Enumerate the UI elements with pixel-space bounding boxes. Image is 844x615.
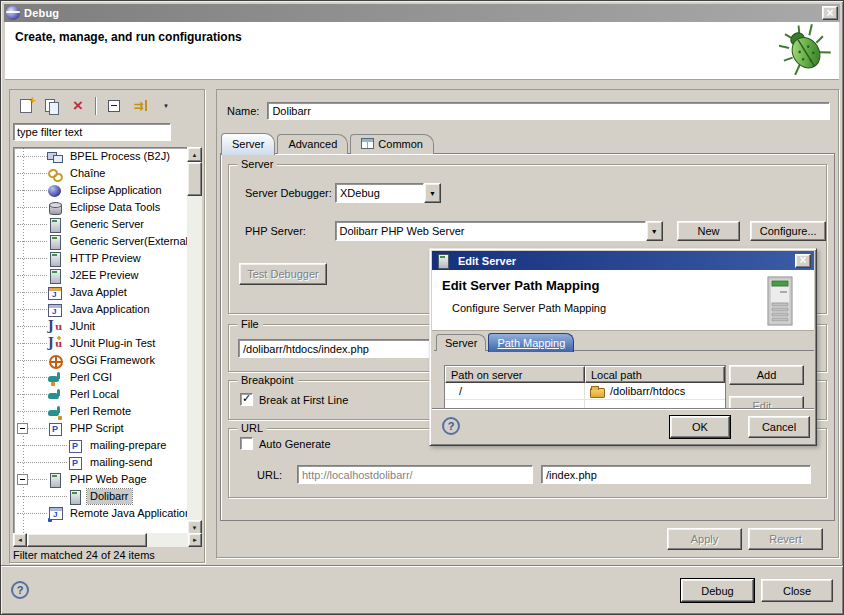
server-icon [47,472,63,488]
eclipse-logo-icon [6,6,20,20]
server-icon [67,489,83,505]
osgi-icon [47,353,63,369]
edit-server-dialog: Edit Server × Edit Server Path Mapping C… [429,248,817,446]
url-path-field[interactable] [541,465,811,484]
ok-button[interactable]: OK [670,416,730,438]
tree-item-mailing-prepare[interactable]: mailing-prepare [14,437,194,454]
breakpoint-group-title: Breakpoint [237,374,298,386]
php-icon [47,421,63,437]
tree-item-junit[interactable]: JUnit [14,318,194,335]
sidebar-toolbar [12,92,202,119]
auto-generate-checkbox[interactable] [240,437,253,450]
server-icon [435,253,449,268]
help-icon[interactable]: ? [11,581,29,599]
tab-server[interactable]: Server [221,133,275,155]
server-debugger-select[interactable]: XDebug ▼ [335,183,441,203]
tree-item-eclipse-application[interactable]: Eclipse Application [14,182,194,199]
filter-icon[interactable] [128,95,152,117]
auto-generate-label: Auto Generate [259,438,331,450]
tab-path-mapping[interactable]: Path Mapping [488,333,574,352]
chain-icon [47,166,63,182]
new-server-button[interactable]: New [677,221,741,241]
php-server-select[interactable]: Dolibarr PHP Web Server ▼ [335,221,663,241]
tree-item-http-preview[interactable]: HTTP Preview [14,250,194,267]
tree-item-java-applet[interactable]: Java Applet [14,284,194,301]
scrollbar-thumb[interactable] [187,162,202,196]
tab-server-settings[interactable]: Server [436,334,486,351]
tree-item-osgi-framework[interactable]: OSGi Framework [14,352,194,369]
chevron-down-icon[interactable] [154,95,178,117]
add-button[interactable]: Add [729,365,804,385]
tree-horizontal-scrollbar[interactable]: ◄ ► [13,533,202,547]
tree-item-perl-cgi[interactable]: Perl CGI [14,369,194,386]
help-icon[interactable]: ? [442,417,460,435]
tab-common[interactable]: Common [350,134,434,154]
scroll-up-icon[interactable]: ▲ [187,147,202,162]
page-title: Create, manage, and run configurations [15,30,242,44]
base-url-field [297,465,533,484]
java-application-icon [47,302,63,318]
edit-server-footer: ? OK Cancel [432,408,814,443]
close-icon[interactable]: × [822,6,838,20]
tree-item-mailing-send[interactable]: mailing-send [14,454,194,471]
edit-server-tabs: Server Path Mapping [436,332,576,351]
java-applet-icon [47,285,63,301]
new-configuration-icon[interactable] [14,95,38,117]
break-first-line-checkbox[interactable] [240,393,253,406]
edit-server-subheading: Configure Server Path Mapping [452,302,606,314]
tree-item-java-application[interactable]: Java Application [14,301,194,318]
configuration-tree: BPEL Process (B2J) Chaîne Eclipse Applic… [13,147,195,535]
delete-icon[interactable] [66,95,90,117]
edit-server-heading: Edit Server Path Mapping [442,278,599,293]
duplicate-icon[interactable] [40,95,64,117]
url-group-title: URL [237,422,267,434]
url-label: URL: [257,469,289,481]
tree-item-generic-server[interactable]: Generic Server [14,216,194,233]
configure-button[interactable]: Configure... [750,221,826,241]
tree-item-php-web-page[interactable]: PHP Web Page [14,471,194,488]
tree-item-php-script[interactable]: PHP Script [14,420,194,437]
cancel-button[interactable]: Cancel [748,416,810,438]
tree-item-perl-remote[interactable]: Perl Remote [14,403,194,420]
tree-item-bpel-process[interactable]: BPEL Process (B2J) [14,148,194,165]
server-icon [47,251,63,267]
window-titlebar[interactable]: Debug × [4,4,840,22]
tree-item-eclipse-data-tools[interactable]: Eclipse Data Tools [14,199,194,216]
tree-vertical-scrollbar[interactable]: ▲ ▼ [187,147,202,535]
name-field[interactable] [267,102,830,120]
edit-server-titlebar[interactable]: Edit Server × [432,251,814,270]
dropdown-icon[interactable]: ▼ [424,183,441,203]
tree-item-chaine[interactable]: Chaîne [14,165,194,182]
break-first-line-label: Break at First Line [259,394,348,406]
debug-button[interactable]: Debug [681,579,754,602]
tree-item-dolibarr[interactable]: Dolibarr [14,488,194,505]
php-icon [67,455,83,471]
path-mapping-content: Path on server Local path / /dolibarr/ht… [434,350,814,410]
table-row[interactable]: / /dolibarr/htdocs [445,383,725,400]
tree-item-junit-plugin-test[interactable]: JUnit Plug-in Test [14,335,194,352]
tab-advanced[interactable]: Advanced [277,134,348,154]
scroll-left-icon[interactable]: ◄ [13,533,27,547]
tree-item-remote-java-application[interactable]: Remote Java Application [14,505,194,522]
scroll-right-icon[interactable]: ► [188,533,202,547]
dropdown-icon[interactable]: ▼ [646,221,663,241]
server-tower-icon [760,275,800,329]
server-icon [47,234,63,250]
tree-item-generic-server-external[interactable]: Generic Server(External La [14,233,194,250]
close-icon[interactable]: × [795,254,811,268]
local-path-cell: /dolibarr/htdocs [610,385,685,397]
scrollbar-thumb[interactable] [27,533,147,547]
tree-item-perl-local[interactable]: Perl Local [14,386,194,403]
collapse-all-icon[interactable] [102,95,126,117]
tree-item-j2ee-preview[interactable]: J2EE Preview [14,267,194,284]
php-icon [67,438,83,454]
column-header-local-path[interactable]: Local path [585,366,725,383]
path-on-server-cell: / [445,383,585,399]
collapse-toggle-icon[interactable] [17,474,28,485]
filter-input[interactable] [13,123,171,141]
filter-status: Filter matched 24 of 24 items [13,549,155,561]
collapse-toggle-icon[interactable] [17,423,28,434]
debug-configurations-window: Debug × Create, manage, and run configur… [0,0,844,615]
column-header-path-on-server[interactable]: Path on server [445,366,585,383]
close-button[interactable]: Close [761,579,833,602]
